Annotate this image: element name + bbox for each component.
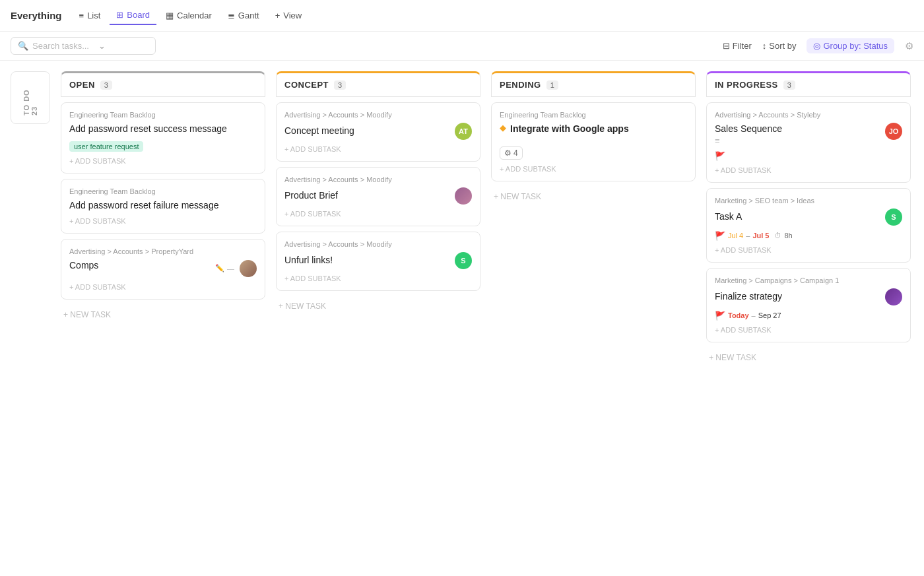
add-subtask-concept-2[interactable]: + ADD SUBTASK	[284, 210, 472, 218]
new-task-open[interactable]: + NEW TASK	[61, 305, 265, 325]
pencil-icon: ✏️	[215, 264, 224, 272]
add-subtask-open-3[interactable]: + ADD SUBTASK	[69, 283, 257, 291]
card-concept-3[interactable]: Advertising > Accounts > Moodify Unfurl …	[276, 232, 480, 291]
avatar-concept-2	[455, 187, 472, 205]
column-header-concept: CONCEPT 3	[276, 71, 480, 97]
filter-icon: ⊟	[723, 41, 730, 51]
avatar-inprogress-1: JO	[885, 123, 902, 140]
new-task-concept[interactable]: + NEW TASK	[276, 296, 480, 316]
toolbar-right: ⊟ Filter ↕ Sort by ◎ Group by: Status ⚙	[723, 38, 913, 53]
column-pending: PENDING 1 Engineering Team Backlog ◆ Int…	[491, 71, 696, 207]
card-inprogress-3[interactable]: Marketing > Campaigns > Campaign 1 Final…	[706, 268, 911, 342]
list-icon: ≡	[79, 11, 84, 20]
column-header-pending: PENDING 1	[491, 71, 696, 97]
subtask-icon: ⚙	[504, 148, 512, 158]
yellow-flag-icon-3: 🚩	[715, 311, 725, 321]
column-concept: CONCEPT 3 Advertising > Accounts > Moodi…	[276, 71, 480, 316]
nav-list[interactable]: ≡ List	[73, 7, 108, 24]
add-subtask-concept-1[interactable]: + ADD SUBTASK	[284, 145, 472, 153]
board: TO DO 23 OPEN 3 Engineering Team Backlog…	[0, 61, 924, 573]
add-subtask-open-1[interactable]: + ADD SUBTASK	[69, 157, 257, 165]
search-box[interactable]: 🔍 Search tasks... ⌄	[11, 37, 156, 55]
column-inprogress: IN PROGRESS 3 Advertising > Accounts > S…	[706, 71, 911, 368]
app-title: Everything	[11, 10, 62, 21]
card-inprogress-1[interactable]: Advertising > Accounts > Styleby Sales S…	[706, 102, 911, 183]
column-header-inprogress: IN PROGRESS 3	[706, 71, 911, 97]
add-subtask-pending-1[interactable]: + ADD SUBTASK	[500, 165, 687, 173]
red-flag-icon: 🚩	[715, 151, 725, 161]
group-icon: ◎	[813, 41, 820, 51]
card-open-2[interactable]: Engineering Team Backlog Add password re…	[61, 179, 265, 234]
add-subtask-concept-3[interactable]: + ADD SUBTASK	[284, 274, 472, 282]
settings-icon[interactable]: ⚙	[905, 40, 913, 52]
card-open-3[interactable]: Advertising > Accounts > PropertyYard Co…	[61, 239, 265, 300]
dash-icon: —	[227, 265, 234, 272]
avatar-inprogress-3	[885, 288, 902, 305]
yellow-flag-icon-2: 🚩	[715, 231, 725, 241]
card-pending-1[interactable]: Engineering Team Backlog ◆ Integrate wit…	[491, 102, 696, 181]
new-task-inprogress[interactable]: + NEW TASK	[706, 348, 911, 368]
add-subtask-inprogress-3[interactable]: + ADD SUBTASK	[715, 326, 902, 334]
subtask-count: ⚙ 4	[500, 146, 523, 160]
collapsed-column[interactable]: TO DO 23	[11, 71, 50, 124]
new-task-pending[interactable]: + NEW TASK	[491, 187, 696, 207]
avatar-concept-3: S	[455, 252, 472, 269]
calendar-icon: ▦	[166, 11, 174, 20]
plus-icon: +	[275, 11, 280, 20]
column-header-open: OPEN 3	[61, 71, 265, 97]
nav-board[interactable]: ⊞ Board	[110, 6, 156, 25]
board-icon: ⊞	[116, 10, 123, 20]
diamond-icon: ◆	[500, 123, 506, 133]
add-subtask-inprogress-1[interactable]: + ADD SUBTASK	[715, 166, 902, 174]
column-open: OPEN 3 Engineering Team Backlog Add pass…	[61, 71, 265, 325]
avatar-concept-1: AT	[455, 123, 472, 140]
todo-label: TO DO 23	[22, 80, 38, 115]
dropdown-icon: ⌄	[98, 41, 106, 51]
nav-gantt[interactable]: ≣ Gantt	[221, 7, 266, 24]
group-by-button[interactable]: ◎ Group by: Status	[807, 38, 894, 53]
card-concept-2[interactable]: Advertising > Accounts > Moodify Product…	[276, 167, 480, 226]
top-nav: Everything ≡ List ⊞ Board ▦ Calendar ≣ G…	[0, 0, 924, 32]
nav-calendar[interactable]: ▦ Calendar	[159, 7, 218, 24]
search-icon: 🔍	[18, 41, 28, 51]
clock-icon: ⏱	[774, 232, 781, 240]
sort-button[interactable]: ↕ Sort by	[762, 41, 797, 51]
add-subtask-inprogress-2[interactable]: + ADD SUBTASK	[715, 246, 902, 254]
toolbar: 🔍 Search tasks... ⌄ ⊟ Filter ↕ Sort by ◎…	[0, 32, 924, 61]
lines-icon: ≡	[715, 136, 720, 146]
avatar-inprogress-2: S	[885, 208, 902, 226]
sort-icon: ↕	[762, 41, 767, 51]
card-open-1[interactable]: Engineering Team Backlog Add password re…	[61, 102, 265, 174]
gantt-icon: ≣	[228, 11, 235, 20]
card-concept-1[interactable]: Advertising > Accounts > Moodify Concept…	[276, 102, 480, 162]
nav-view[interactable]: + View	[269, 7, 309, 24]
filter-button[interactable]: ⊟ Filter	[723, 41, 752, 51]
avatar-comps	[240, 260, 257, 277]
card-inprogress-2[interactable]: Marketing > SEO team > Ideas Task A S 🚩 …	[706, 188, 911, 263]
add-subtask-open-2[interactable]: + ADD SUBTASK	[69, 217, 257, 225]
